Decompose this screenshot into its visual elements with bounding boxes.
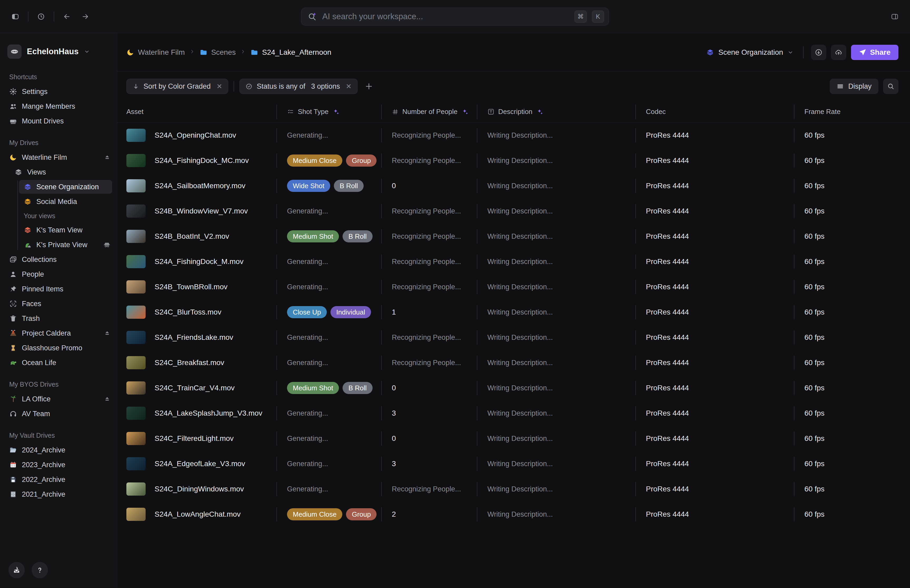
share-button[interactable]: Share (851, 45, 899, 60)
eject-icon[interactable] (104, 330, 111, 337)
filter-pill-status-is-any-of[interactable]: Status is any of3 options✕ (239, 79, 357, 94)
description-cell: Writing Description... (477, 274, 635, 299)
table-row[interactable]: S24A_LowAngleChat.movMedium CloseGroup2W… (117, 502, 910, 527)
table-row[interactable]: S24C_BlurToss.movClose UpIndividual1Writ… (117, 299, 910, 325)
download-button[interactable] (811, 45, 826, 60)
sidebar-toggle-icon[interactable] (10, 11, 21, 23)
display-button[interactable]: Display (830, 79, 878, 94)
table-row[interactable]: S24C_TrainCar_V4.movMedium ShotB Roll0Wr… (117, 375, 910, 401)
breadcrumb-item-waterline-film[interactable]: Waterline Film (126, 48, 185, 57)
cloud-upload-button[interactable] (831, 45, 846, 60)
workspace-switcher[interactable]: EchelonHaus (0, 40, 117, 63)
arrow-down-icon (133, 83, 139, 90)
forward-arrow-icon[interactable] (79, 11, 91, 23)
table-row[interactable]: S24A_FishingDock_M.movGenerating...Recog… (117, 249, 910, 274)
sidebar-item-label: K's Private View (36, 241, 87, 249)
sidebar-item-mange-members[interactable]: Mange Members (0, 99, 117, 114)
filter-pill-label: Sort by Color Graded (144, 82, 211, 90)
sidebar-item-scene-organization[interactable]: Scene Organization (0, 179, 117, 194)
sidebar-item-people[interactable]: People (0, 267, 117, 282)
table-row[interactable]: S24C_FilteredLight.movGenerating...0Writ… (117, 426, 910, 451)
table-row[interactable]: S24A_FishingDock_MC.movMedium CloseGroup… (117, 148, 910, 173)
shot-type-badge: Group (346, 508, 377, 520)
ai-search-bar[interactable]: ⌘ K (301, 8, 609, 26)
sidebar-item-views[interactable]: Views (0, 165, 117, 179)
sidebar-item-glasshouse-promo[interactable]: Glasshouse Promo (0, 341, 117, 355)
sidebar-item-project-caldera[interactable]: Project Caldera (0, 326, 117, 341)
table-search-button[interactable] (883, 79, 899, 94)
description-cell: Writing Description... (477, 426, 635, 451)
sidebar-item-la-office[interactable]: LA Office (0, 392, 117, 406)
remove-filter-icon[interactable]: ✕ (346, 82, 352, 90)
table-row[interactable]: S24B_WindowView_V7.movGenerating...Recog… (117, 199, 910, 224)
sidebar-item-2022-archive[interactable]: 2022_Archive (0, 472, 117, 487)
add-filter-button[interactable] (364, 82, 373, 91)
history-clock-icon[interactable] (35, 11, 47, 23)
eject-icon[interactable] (104, 154, 111, 161)
table-row[interactable]: S24A_EdgeofLake_V3.movGenerating...3Writ… (117, 451, 910, 477)
breadcrumb-item-scenes[interactable]: Scenes (200, 48, 236, 57)
shot-type-badge: Group (346, 155, 377, 166)
sidebar-item-k-s-private-view[interactable]: K's Private View (0, 237, 117, 252)
frame-rate-cell: 60 fps (794, 249, 910, 274)
sidebar-subheading-your-views: Your views (0, 209, 117, 223)
table-row[interactable]: S24A_SailboatMemory.movWide ShotB Roll0W… (117, 173, 910, 199)
sidebar-item-pinned-items[interactable]: Pinned Items (0, 282, 117, 296)
moon-icon (126, 48, 134, 57)
sidebar-item-2021-archive[interactable]: 2021_Archive (0, 487, 117, 502)
breadcrumb-item-s24-lake-afternoon[interactable]: S24_Lake_Afternoon (251, 48, 331, 57)
sidebar-item-k-s-team-view[interactable]: K's Team View (0, 223, 117, 237)
asset-cell: S24B_TownBRoll.mov (126, 274, 276, 299)
table-row[interactable]: S24B_BoatInt_V2.movMedium ShotB RollReco… (117, 224, 910, 249)
frame-rate-value: 60 fps (805, 131, 824, 139)
sidebar-item-waterline-film[interactable]: Waterline Film (0, 150, 117, 165)
number-of-people-cell: 1 (381, 299, 477, 325)
column-header-shot-type[interactable]: Shot Type (276, 101, 381, 123)
shot-type-cell: Medium ShotB Roll (276, 375, 381, 401)
sidebar-item-label: Ocean Life (22, 359, 57, 367)
table-row[interactable]: S24B_TownBRoll.movGenerating...Recognizi… (117, 274, 910, 299)
writing-description-text: Writing Description... (487, 460, 553, 468)
asset-thumbnail (126, 205, 145, 218)
floppy-icon (9, 476, 17, 483)
sidebar-item-settings[interactable]: Settings (0, 84, 117, 99)
column-header-frame-rate[interactable]: Frame Rate (794, 101, 910, 123)
filter-pill-sort-by-color-graded[interactable]: Sort by Color Graded✕ (126, 79, 228, 94)
sidebar-item-faces[interactable]: Faces (0, 296, 117, 311)
table-row[interactable]: S24C_Breakfast.movGenerating...Recognizi… (117, 350, 910, 375)
view-switcher[interactable]: Scene Organization (704, 48, 796, 57)
column-header-codec[interactable]: Codec (635, 101, 794, 123)
remove-filter-icon[interactable]: ✕ (217, 82, 222, 90)
table-row[interactable]: S24A_OpeningChat.movGenerating...Recogni… (117, 123, 910, 148)
sidebar-item-trash[interactable]: Trash (0, 311, 117, 326)
sidebar-item-ocean-life[interactable]: Ocean Life (0, 355, 117, 370)
downloads-inbox-button[interactable] (8, 562, 25, 578)
sidebar-item-2024-archive[interactable]: 2024_Archive (0, 443, 117, 457)
sidebar-item-mount-drives[interactable]: Mount Drives (0, 114, 117, 128)
recognizing-text: Recognizing People... (392, 333, 461, 342)
column-header-asset[interactable]: Asset (126, 101, 276, 123)
sidebar-section-my-drives: My Drives (0, 135, 117, 150)
asset-filename: S24A_FishingDock_M.mov (155, 257, 244, 266)
table-row[interactable]: S24A_FriendsLake.movGenerating...Recogni… (117, 325, 910, 350)
back-arrow-icon[interactable] (61, 11, 73, 23)
sidebar-item-social-media[interactable]: Social Media (0, 194, 117, 209)
help-button[interactable] (32, 562, 48, 578)
sidebar-item-collections[interactable]: Collections (0, 252, 117, 267)
search-input[interactable] (322, 12, 569, 21)
sidebar-item-2023-archive[interactable]: 2023_Archive (0, 457, 117, 472)
asset-thumbnail (126, 407, 145, 420)
right-panel-toggle-icon[interactable] (889, 11, 900, 23)
table-row[interactable]: S24A_LakeSplashJump_V3.movGenerating...3… (117, 401, 910, 426)
codec-cell: ProRes 4444 (635, 502, 794, 527)
column-header-description[interactable]: Description (477, 101, 635, 123)
codec-value: ProRes 4444 (646, 156, 689, 165)
column-header-number-of-people[interactable]: Number of People (381, 101, 477, 123)
codec-value: ProRes 4444 (646, 485, 689, 493)
frame-rate-value: 60 fps (805, 182, 824, 190)
sidebar-item-av-team[interactable]: AV Team (0, 406, 117, 421)
table-row[interactable]: S24C_DiningWindows.movGenerating...Recog… (117, 477, 910, 502)
eject-icon[interactable] (104, 396, 111, 402)
frame-rate-value: 60 fps (805, 460, 824, 468)
generating-text: Generating... (287, 359, 328, 367)
